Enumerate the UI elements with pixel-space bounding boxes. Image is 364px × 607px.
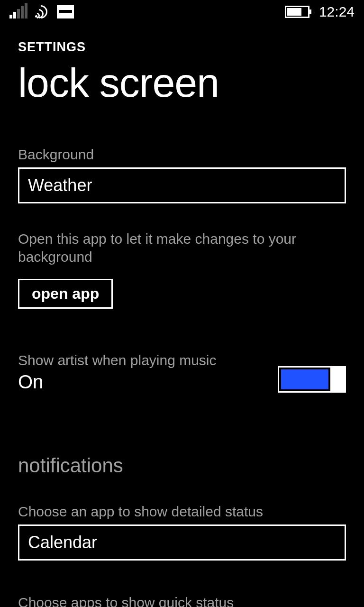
detailed-status-label: Choose an app to show detailed status xyxy=(18,504,346,520)
background-hint: Open this app to let it make changes to … xyxy=(18,230,346,266)
artist-toggle-label: Show artist when playing music xyxy=(18,352,217,368)
open-app-button-label: open app xyxy=(32,285,99,302)
status-bar: 12:24 xyxy=(0,0,364,24)
background-select[interactable]: Weather xyxy=(18,167,346,203)
content: Background Weather Open this app to let … xyxy=(0,104,364,607)
page-header: SETTINGS lock screen xyxy=(0,24,364,104)
open-app-button[interactable]: open app xyxy=(18,279,113,309)
status-left xyxy=(9,5,74,18)
detailed-status-selected-value: Calendar xyxy=(28,533,97,552)
notification-icon xyxy=(57,5,74,18)
detailed-status-select[interactable]: Calendar xyxy=(18,524,346,561)
clock: 12:24 xyxy=(319,4,355,20)
quick-status-label: Choose apps to show quick status xyxy=(18,595,346,607)
artist-toggle-text: Show artist when playing music On xyxy=(18,352,217,393)
artist-toggle-switch[interactable] xyxy=(278,366,346,393)
wifi-icon xyxy=(34,5,50,18)
artist-toggle-row: Show artist when playing music On xyxy=(18,352,346,393)
background-selected-value: Weather xyxy=(28,175,92,195)
page-title: lock screen xyxy=(18,61,346,104)
notifications-heading: notifications xyxy=(18,454,346,477)
artist-toggle-state: On xyxy=(18,371,217,393)
status-right: 12:24 xyxy=(285,4,355,20)
background-label: Background xyxy=(18,147,346,163)
signal-strength-icon xyxy=(9,5,27,18)
app-title: SETTINGS xyxy=(18,40,346,55)
battery-icon xyxy=(285,6,309,18)
